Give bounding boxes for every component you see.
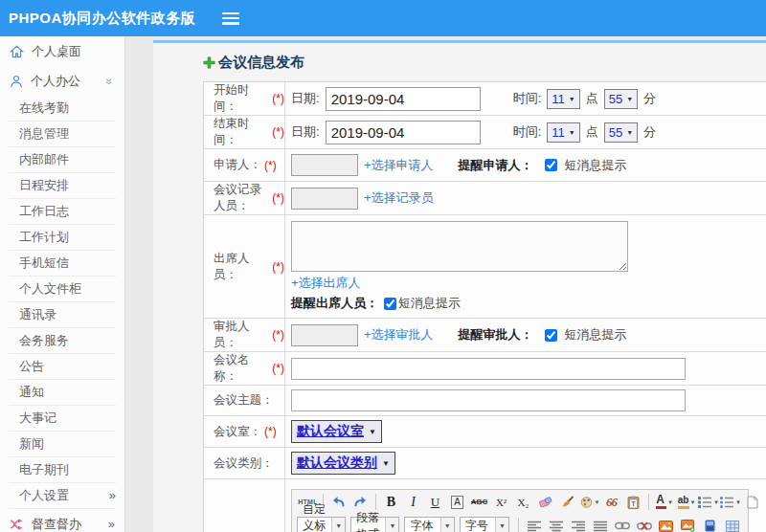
- remove-format-button[interactable]: [534, 492, 556, 512]
- sidebar-item-notice[interactable]: 通知: [9, 380, 116, 406]
- page-icon: [747, 496, 758, 509]
- font-family-select[interactable]: 字体▼: [404, 517, 454, 532]
- paste-text-button[interactable]: T: [622, 492, 644, 512]
- attendees-textarea[interactable]: [291, 221, 628, 272]
- sidebar-item-news[interactable]: 新闻: [9, 432, 116, 457]
- remind-attendees-checkbox[interactable]: [384, 298, 396, 310]
- start-minute-select[interactable]: 55▼: [604, 89, 638, 109]
- editor-toolbar-row1: HTML B I U A ABC X² X₂: [292, 490, 748, 514]
- sidebar-item-contacts[interactable]: 通讯录: [9, 302, 116, 328]
- color-palette-button[interactable]: ▾: [578, 492, 600, 512]
- superscript-button[interactable]: X²: [490, 492, 512, 512]
- align-justify-button[interactable]: [589, 516, 611, 532]
- recorder-input[interactable]: [291, 188, 358, 210]
- sidebar-item-internal-mail[interactable]: 内部邮件: [9, 147, 116, 173]
- approver-input[interactable]: [291, 324, 358, 346]
- sidebar-item-work-plan[interactable]: 工作计划: [9, 225, 116, 251]
- end-date-input[interactable]: [326, 121, 481, 144]
- end-hour-select[interactable]: 11▼: [547, 122, 579, 143]
- redo-button[interactable]: [349, 492, 372, 512]
- rich-text-editor: HTML B I U A ABC X² X₂: [291, 489, 749, 532]
- page-header: 会议信息发布: [153, 43, 766, 81]
- supervise-shuffle-icon: [10, 519, 24, 530]
- ordered-list-button[interactable]: ▾: [697, 492, 719, 512]
- required-mark: (*): [272, 328, 284, 342]
- field-label: 申请人：(*): [204, 149, 285, 181]
- hamburger-menu-icon[interactable]: [222, 12, 239, 25]
- meeting-room-select[interactable]: 默认会议室▼: [291, 420, 382, 443]
- svg-text:T: T: [632, 500, 636, 507]
- field-label: 结束时间：(*): [204, 116, 285, 148]
- form-row-approver: 审批人员：(*) +选择审批人 提醒审批人： 短消息提示: [204, 319, 766, 352]
- sidebar-item-announcement[interactable]: 公告: [9, 354, 116, 380]
- sidebar-item-sms[interactable]: 手机短信: [9, 251, 116, 277]
- form-row-start-time: 开始时间：(*) 日期: 时间: 11▼ 点 55▼ 分: [204, 82, 766, 116]
- field-label: 会议类别：: [204, 448, 285, 478]
- upload-image-button[interactable]: [677, 516, 699, 532]
- sidebar-item-work-log[interactable]: 工作日志: [9, 199, 116, 225]
- format-painter-button[interactable]: [556, 492, 578, 512]
- underline-button[interactable]: U: [424, 492, 446, 512]
- undo-button[interactable]: [327, 492, 349, 512]
- highlight-color-button[interactable]: ab▾: [675, 492, 697, 512]
- remind-applicant-checkbox[interactable]: [545, 159, 557, 171]
- align-right-button[interactable]: [567, 516, 589, 532]
- sidebar-item-desktop[interactable]: 个人桌面: [0, 36, 124, 66]
- align-left-button[interactable]: [523, 516, 545, 532]
- align-left-icon: [528, 521, 541, 532]
- font-color-button[interactable]: A▾: [653, 492, 675, 512]
- eraser-icon: [539, 497, 552, 508]
- remove-link-button[interactable]: [633, 516, 655, 532]
- insert-media-button[interactable]: [699, 516, 721, 532]
- form-row-end-time: 结束时间：(*) 日期: 时间: 11▼ 点 55▼ 分: [204, 116, 766, 149]
- image-icon: [659, 521, 673, 532]
- align-center-button[interactable]: [545, 516, 567, 532]
- app-title: PHPOA协同办公软件政务版: [0, 10, 195, 28]
- chevron-down-icon: ▼: [569, 129, 575, 136]
- meeting-topic-input[interactable]: [291, 389, 686, 411]
- meeting-name-input[interactable]: [291, 358, 686, 380]
- select-approver-link[interactable]: +选择审批人: [364, 326, 434, 344]
- insert-link-button[interactable]: [611, 516, 633, 532]
- font-style-button[interactable]: A: [446, 492, 468, 512]
- strikethrough-button[interactable]: ABC: [468, 492, 490, 512]
- sidebar-item-attendance[interactable]: 在线考勤: [9, 96, 116, 122]
- subscript-button[interactable]: X₂: [512, 492, 534, 512]
- sidebar-item-schedule[interactable]: 日程安排: [9, 173, 116, 199]
- sidebar-item-e-journal[interactable]: 电子期刊: [9, 457, 116, 483]
- sidebar-item-file-cabinet[interactable]: 个人文件柜: [9, 277, 116, 302]
- required-mark: (*): [272, 125, 284, 139]
- insert-table-button[interactable]: [721, 516, 743, 532]
- sidebar-item-events[interactable]: 大事记: [9, 406, 116, 432]
- bold-button[interactable]: B: [380, 492, 402, 512]
- select-attendees-link[interactable]: +选择出席人: [291, 275, 361, 292]
- applicant-input[interactable]: [291, 154, 358, 176]
- form-row-recorder: 会议记录人员：(*) +选择记录员: [204, 182, 766, 215]
- start-hour-select[interactable]: 11▼: [547, 89, 579, 109]
- chevron-down-icon: ▼: [569, 96, 575, 102]
- html-source-button[interactable]: HTML: [297, 492, 319, 512]
- end-minute-select[interactable]: 55▼: [604, 122, 638, 143]
- custom-title-select[interactable]: 自定义标题▼: [297, 517, 346, 532]
- font-size-select[interactable]: 字号▼: [460, 517, 509, 532]
- sidebar-item-personal-settings[interactable]: 个人设置 »: [9, 483, 116, 509]
- chevron-down-icon: ▾: [691, 499, 695, 506]
- user-icon: [10, 75, 23, 88]
- insert-image-button[interactable]: [655, 516, 677, 532]
- remind-applicant-label: 提醒申请人：: [459, 157, 533, 174]
- unordered-list-button[interactable]: ▾: [719, 492, 741, 512]
- sidebar-item-messages[interactable]: 消息管理: [9, 122, 116, 147]
- blockquote-button[interactable]: 66: [600, 492, 622, 512]
- new-document-button[interactable]: [741, 492, 763, 512]
- sidebar-item-supervise[interactable]: 督查督办 »: [0, 509, 124, 532]
- select-recorder-link[interactable]: +选择记录员: [364, 189, 434, 207]
- select-applicant-link[interactable]: +选择申请人: [364, 157, 434, 174]
- italic-button[interactable]: I: [402, 492, 424, 512]
- start-date-input[interactable]: [326, 87, 481, 111]
- remind-approver-checkbox[interactable]: [545, 329, 557, 342]
- paragraph-format-select[interactable]: 段落格式▼: [350, 517, 399, 532]
- meeting-type-select[interactable]: 默认会议类别▼: [291, 452, 395, 475]
- sidebar-item-office[interactable]: 个人办公 »: [0, 66, 124, 96]
- sidebar-item-meeting-service[interactable]: 会务服务: [9, 328, 116, 354]
- brush-icon: [561, 496, 574, 508]
